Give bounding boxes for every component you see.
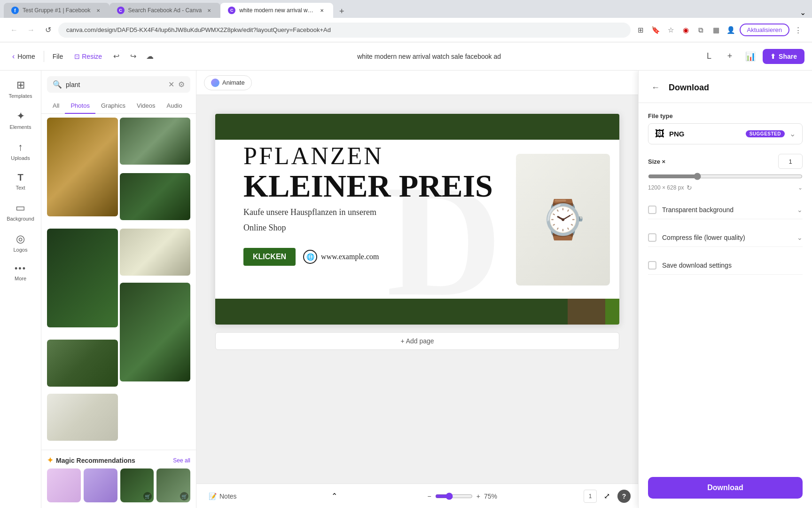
download-button[interactable]: Download — [648, 477, 803, 499]
doc-title[interactable]: white modern new arrival watch sale face… — [357, 53, 501, 60]
redo-button[interactable]: ↪ — [125, 49, 141, 64]
sidebar-item-logos[interactable]: ◎ Logos — [2, 228, 39, 257]
canvas-scroll[interactable]: D PFLANZEN KLEINER PREIS Kaufe unsere Ha… — [196, 95, 638, 484]
chart-icon[interactable]: 📊 — [742, 48, 759, 65]
list-item[interactable]: 🛒 — [120, 468, 154, 502]
tab-all[interactable]: All — [47, 98, 65, 114]
list-item[interactable] — [84, 468, 117, 502]
tab-close-2[interactable]: ✕ — [205, 7, 213, 14]
forward-nav-button[interactable]: → — [24, 24, 38, 37]
animate-icon — [211, 79, 219, 87]
page-indicator[interactable]: 1 — [584, 490, 597, 503]
list-item[interactable]: 🛒 — [47, 118, 118, 227]
share-button[interactable]: ⬆ Share — [763, 49, 804, 64]
zoom-out-button[interactable]: − — [428, 492, 431, 500]
tab-audio[interactable]: Audio — [161, 98, 187, 114]
layout-icon[interactable]: ▦ — [710, 24, 723, 37]
background-label: Background — [7, 216, 34, 222]
tab-close-3[interactable]: ✕ — [318, 7, 326, 14]
file-type-name: PNG — [669, 130, 741, 138]
see-all-button[interactable]: See all — [173, 457, 190, 464]
list-item[interactable]: 🛒 — [120, 173, 191, 227]
tab-photos[interactable]: Photos — [65, 98, 95, 114]
help-button[interactable]: ? — [617, 490, 631, 503]
tab-title-2: Search Facebook Ad - Canva — [128, 7, 202, 14]
sidebar-item-more[interactable]: ••• More — [2, 259, 39, 286]
sidebar-item-text[interactable]: T Text — [2, 167, 39, 195]
design-bottom-green-bar — [215, 299, 568, 325]
bookmark-icon[interactable]: 🔖 — [649, 24, 663, 37]
add-button[interactable]: + — [721, 48, 738, 65]
text-label: Text — [16, 185, 25, 190]
canvas-content: D PFLANZEN KLEINER PREIS Kaufe unsere Ha… — [215, 114, 619, 325]
tab-close-1[interactable]: ✕ — [94, 7, 102, 14]
list-item[interactable]: 🛒 — [120, 283, 191, 392]
search-input[interactable] — [66, 81, 164, 88]
collapse-up-button[interactable]: ⌃ — [328, 490, 341, 503]
star-icon[interactable]: ☆ — [664, 24, 678, 37]
tab-videos[interactable]: Videos — [131, 98, 161, 114]
cloud-save-button[interactable]: ☁ — [142, 49, 157, 64]
compress-file-option[interactable]: Compress file (lower quality) ⌄ — [648, 229, 803, 247]
address-bar[interactable]: canva.com/design/DAFD5-KX4F4/lup6hJW8uKd… — [58, 23, 631, 38]
new-tab-button[interactable]: + — [335, 5, 348, 18]
sidebar-item-elements[interactable]: ✦ Elements — [2, 105, 39, 135]
extension-icon[interactable]: ⧉ — [695, 24, 708, 37]
sidebar: ⊞ Templates ✦ Elements ↑ Uploads T Text … — [0, 71, 41, 508]
file-button[interactable]: File — [48, 50, 68, 63]
design-subtitle2: Online Shop — [243, 223, 493, 233]
save-settings-checkbox[interactable] — [648, 261, 656, 270]
sidebar-item-uploads[interactable]: ↑ Uploads — [2, 136, 39, 166]
zoom-slider[interactable] — [435, 492, 473, 500]
menu-icon[interactable]: ⋮ — [791, 24, 804, 37]
screen-icon[interactable]: ⊞ — [634, 24, 648, 37]
tab-1[interactable]: f Test Gruppe #1 | Facebook ✕ — [4, 3, 109, 18]
list-item[interactable]: 🛒 — [47, 340, 118, 392]
transparent-bg-option[interactable]: Transparent background ⌄ — [648, 201, 803, 219]
search-clear-icon[interactable]: ✕ — [168, 80, 174, 89]
list-item[interactable]: 🛒 — [120, 118, 191, 171]
canvas-page[interactable]: D PFLANZEN KLEINER PREIS Kaufe unsere Ha… — [215, 114, 619, 325]
tab-graphics[interactable]: Graphics — [95, 98, 131, 114]
size-slider[interactable] — [648, 173, 803, 180]
list-item[interactable]: 🛒 — [156, 468, 190, 502]
tab-2[interactable]: C Search Facebook Ad - Canva ✕ — [109, 3, 221, 18]
header-divider — [44, 51, 44, 62]
logos-icon: ◎ — [16, 233, 25, 245]
list-item[interactable] — [47, 394, 118, 446]
notes-button[interactable]: 📝 Notes — [204, 490, 242, 503]
sidebar-item-templates[interactable]: ⊞ Templates — [2, 74, 39, 103]
uploads-icon: ↑ — [18, 141, 23, 153]
tab-3[interactable]: C white modern new arrival watc... ✕ — [220, 3, 333, 18]
design-klicken-button[interactable]: KLICKEN — [243, 248, 296, 266]
expand-button[interactable]: ⤢ — [601, 490, 614, 503]
transparent-bg-checkbox[interactable] — [648, 206, 656, 214]
tab-more-button[interactable]: ⌄ — [797, 7, 808, 18]
list-item[interactable]: 🛒 — [47, 229, 118, 338]
user-icon[interactable]: L — [701, 48, 718, 65]
home-button[interactable]: ‹ Home — [8, 49, 40, 64]
compress-file-label: Compress file (lower quality) — [662, 234, 791, 241]
reload-button[interactable]: ↺ — [41, 24, 55, 37]
add-page-button[interactable]: + Add page — [215, 332, 619, 350]
save-settings-option[interactable]: Save download settings — [648, 256, 803, 275]
back-nav-button[interactable]: ← — [8, 24, 21, 37]
profile-icon[interactable]: 👤 — [725, 24, 738, 37]
refresh-icon[interactable]: ↻ — [687, 184, 692, 191]
compress-file-checkbox[interactable] — [648, 233, 656, 242]
list-item[interactable] — [120, 229, 191, 281]
file-type-select[interactable]: 🖼 PNG SUGGESTED ⌄ — [648, 123, 803, 144]
zoom-in-button[interactable]: + — [476, 492, 480, 500]
cart-icon-small: 🛒 — [180, 492, 188, 500]
addon-icon[interactable]: ◉ — [679, 24, 693, 37]
resize-button[interactable]: ⊡ Resize — [70, 50, 107, 63]
cart-icon: 🛒 — [176, 157, 187, 168]
search-filter-icon[interactable]: ⚙ — [178, 80, 185, 89]
sidebar-item-background[interactable]: ▭ Background — [2, 197, 39, 226]
animate-button[interactable]: Animate — [204, 75, 252, 90]
list-item[interactable] — [47, 468, 81, 502]
back-button[interactable]: ← — [648, 80, 663, 95]
aktualisieren-button[interactable]: Aktualisieren — [740, 24, 789, 36]
undo-button[interactable]: ↩ — [109, 49, 124, 64]
size-chevron-down-icon[interactable]: ⌄ — [798, 184, 803, 191]
